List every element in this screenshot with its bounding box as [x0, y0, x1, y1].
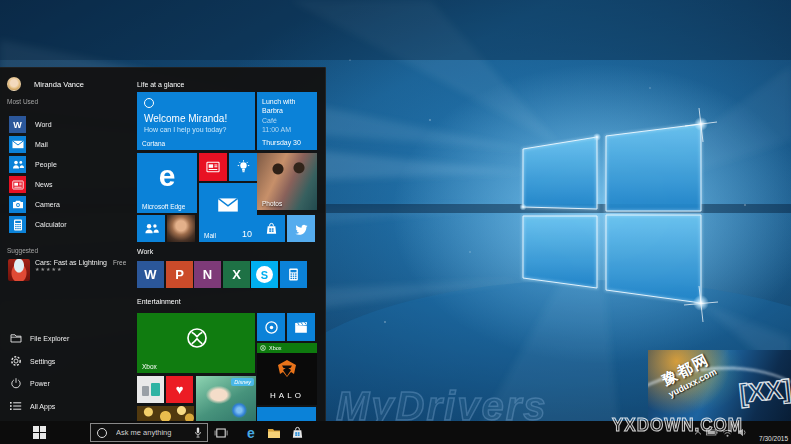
tile-people[interactable] [137, 215, 165, 242]
most-used-item-mail[interactable]: Mail [9, 136, 48, 153]
most-used-label: Mail [35, 141, 48, 148]
tile-groove-music[interactable] [257, 313, 285, 341]
file-explorer-label: File Explorer [30, 335, 69, 342]
tile-label: Microsoft Edge [142, 203, 185, 210]
user-name: Miranda Vance [34, 80, 84, 89]
suggested-app[interactable]: Cars: Fast as Lightning ★★★★★ Free [8, 259, 126, 281]
tile-blue-partial[interactable] [257, 407, 316, 421]
mail-icon [9, 136, 26, 153]
tile-skype[interactable]: S [251, 261, 278, 288]
halo-xbox-band: Xbox [257, 343, 317, 353]
most-used-item-people[interactable]: People [9, 156, 57, 173]
most-used-label: Camera [35, 201, 60, 208]
suggested-app-price: Free [113, 259, 126, 266]
people-icon [9, 156, 26, 173]
watermark-logo: [XX] [738, 373, 791, 409]
tile-excel[interactable]: X [223, 261, 250, 288]
calendar-event: Lunch with Barbra [262, 97, 313, 116]
tile-news[interactable] [199, 153, 227, 181]
tile-label: Cortana [142, 140, 165, 147]
task-view-button[interactable] [211, 421, 231, 444]
camera-icon [9, 196, 26, 213]
user-avatar [7, 77, 21, 91]
disney-badge: Disney [231, 378, 254, 386]
tunein-icon [142, 383, 160, 396]
tile-calculator[interactable] [280, 261, 307, 288]
word-glyph: W [144, 267, 156, 282]
file-explorer-taskbar-button[interactable] [264, 421, 284, 444]
skype-icon: S [256, 266, 273, 283]
tile-label: Mail [204, 232, 216, 239]
most-used-header: Most Used [7, 98, 38, 105]
tile-popcorn-partial[interactable] [137, 406, 194, 421]
tile-cortana[interactable]: Welcome Miranda! How can I help you toda… [137, 92, 255, 150]
most-used-item-news[interactable]: News [9, 176, 53, 193]
tile-label: Xbox [142, 363, 157, 370]
tile-iheartradio[interactable]: ♥ [166, 376, 193, 403]
most-used-label: People [35, 161, 57, 168]
power-button[interactable]: Power [10, 377, 50, 389]
file-explorer-icon [10, 332, 22, 344]
most-used-label: Word [35, 121, 52, 128]
calculator-icon [288, 268, 299, 281]
most-used-item-calculator[interactable]: Calculator [9, 216, 67, 233]
calculator-icon [9, 216, 26, 233]
tile-twitter[interactable] [287, 215, 315, 242]
edge-taskbar-button[interactable]: e [241, 421, 261, 444]
tile-onenote[interactable]: N [194, 261, 221, 288]
start-button[interactable] [24, 421, 54, 444]
tile-powerpoint[interactable]: P [166, 261, 193, 288]
calendar-location: Café [262, 116, 313, 125]
lightbulb-icon [237, 160, 250, 175]
movies-tv-clapper-icon [294, 321, 308, 334]
tile-calendar[interactable]: Lunch with Barbra Café 11:00 AM Thursday… [257, 92, 317, 150]
tile-mail[interactable]: Mail 10 [199, 183, 257, 242]
start-menu: Miranda Vance Most Used W Word Mail Peop… [0, 67, 326, 421]
user-account-button[interactable]: Miranda Vance [7, 75, 84, 93]
taskbar-search[interactable] [90, 423, 208, 442]
tile-word[interactable]: W [137, 261, 164, 288]
suggested-header: Suggested [7, 247, 38, 254]
desktop: MyDrivers [XX] 豫都网 yuduxx.com YXDOWN.COM… [0, 0, 791, 444]
group-header-entertainment: Entertainment [137, 298, 181, 305]
tile-contact-photo[interactable] [167, 215, 195, 242]
store-taskbar-button[interactable] [287, 421, 307, 444]
tile-store[interactable] [257, 215, 285, 242]
tile-halo[interactable]: Xbox HALO [257, 343, 317, 405]
most-used-item-camera[interactable]: Camera [9, 196, 60, 213]
settings-label: Settings [30, 358, 55, 365]
tile-photos[interactable]: Photos [257, 153, 317, 210]
mail-envelope-icon [217, 197, 239, 213]
calendar-day: Thursday 30 [262, 139, 301, 146]
news-icon [206, 161, 220, 173]
tile-microsoft-edge[interactable]: e Microsoft Edge [137, 153, 197, 213]
powerpoint-glyph: P [175, 267, 184, 282]
most-used-label: News [35, 181, 53, 188]
tile-movies-tv[interactable] [287, 313, 315, 341]
tile-tunein[interactable] [137, 376, 164, 403]
calendar-time: 11:00 AM [262, 125, 313, 134]
gear-icon [10, 355, 22, 367]
tile-disney-frozen[interactable]: Disney [196, 376, 256, 421]
microphone-icon[interactable] [194, 426, 202, 439]
mail-unread-count: 10 [242, 229, 252, 239]
power-label: Power [30, 380, 50, 387]
news-icon [9, 176, 26, 193]
twitter-bird-icon [294, 223, 308, 235]
most-used-item-word[interactable]: W Word [9, 116, 52, 133]
xbox-logo [186, 327, 208, 349]
taskbar-date[interactable]: 7/30/2015 [759, 435, 788, 442]
task-view-icon [214, 427, 228, 439]
tile-label: Photos [262, 200, 282, 207]
edge-icon: e [247, 425, 255, 441]
word-icon: W [9, 116, 26, 133]
all-apps-button[interactable]: All Apps [10, 400, 55, 412]
file-explorer-button[interactable]: File Explorer [10, 332, 69, 344]
search-input[interactable] [114, 427, 194, 438]
tile-get-started-tips[interactable] [229, 153, 257, 181]
iheartradio-heart-icon: ♥ [176, 382, 184, 397]
settings-button[interactable]: Settings [10, 355, 55, 367]
tile-xbox[interactable]: Xbox [137, 313, 255, 373]
cortana-ring-icon [144, 98, 154, 108]
excel-glyph: X [232, 267, 241, 282]
